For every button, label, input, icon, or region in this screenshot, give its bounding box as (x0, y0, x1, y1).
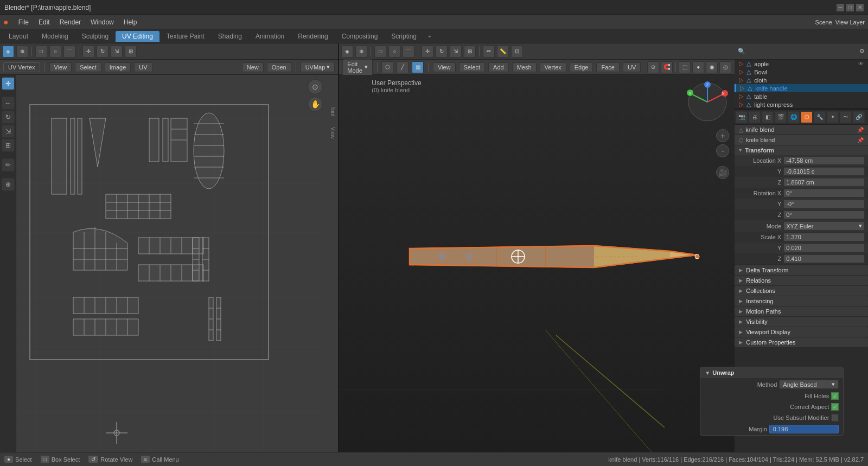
scale-y-input[interactable]: 0.020 (783, 244, 865, 252)
uv-scale-tool[interactable]: ⇲ (111, 46, 123, 58)
vertex-mode-btn[interactable]: ⬡ (381, 61, 393, 73)
constraint-props-icon[interactable]: 🔗 (853, 111, 865, 123)
vp-face-menu[interactable]: Face (596, 62, 619, 72)
vp-annotate[interactable]: ✏ (483, 46, 495, 58)
edge-mode-btn[interactable]: ╱ (397, 61, 409, 73)
scene-options-icon[interactable]: ⚙ (859, 48, 865, 55)
scene-props-icon[interactable]: 🎬 (775, 111, 787, 123)
vp-wireframe-toggle[interactable]: ⬚ (679, 61, 691, 73)
scene-item-apple[interactable]: ▷ △ apple 👁 (735, 60, 868, 68)
rotation-y-input[interactable]: -0° (783, 200, 865, 208)
visibility-header[interactable]: ▶ Visibility (735, 317, 868, 327)
relations-header[interactable]: ▶ Relations (735, 276, 868, 285)
vp-mesh-menu[interactable]: Mesh (512, 62, 537, 72)
zoom-out-button[interactable]: - (716, 144, 729, 157)
rotation-mode-dropdown[interactable]: XYZ Euler ▾ (783, 221, 865, 231)
vp-overlay-toggle[interactable]: ◉ (706, 61, 718, 73)
tab-compositing[interactable]: Compositing (335, 31, 385, 42)
add-workspace-button[interactable]: + (424, 31, 436, 41)
uv-cursor-tool[interactable]: ⊕ (16, 46, 28, 58)
unwrap-header[interactable]: ▼ Unwrap (700, 367, 843, 378)
rotation-z-input[interactable]: 0° (783, 210, 865, 219)
transform-section-header[interactable]: ▼ Transform (735, 145, 868, 155)
vp-circle-select[interactable]: ○ (388, 46, 400, 58)
vp-snap-toggle[interactable]: 🧲 (661, 61, 673, 73)
vp-add-cube[interactable]: ⊡ (511, 46, 523, 58)
vp-move[interactable]: ✛ (422, 46, 433, 58)
uv-transform-tool[interactable]: ⊞ (125, 46, 137, 58)
uvmap-dropdown[interactable]: UVMap ▾ (301, 62, 335, 72)
image-menu[interactable]: Image (105, 62, 131, 72)
rotate-icon[interactable]: ↻ (2, 111, 15, 124)
particle-props-icon[interactable]: ✦ (827, 111, 839, 123)
vp-vertex-menu[interactable]: Vertex (540, 62, 566, 72)
object-name-2[interactable]: knife blend (746, 137, 855, 143)
vp-cursor-tool[interactable]: ⊕ (355, 46, 367, 58)
view-tab[interactable]: View (330, 127, 336, 139)
menu-file[interactable]: File (14, 17, 33, 27)
vp-xray-toggle[interactable]: ◎ (719, 61, 731, 73)
margin-input[interactable]: 0.198 (769, 425, 839, 433)
menu-window[interactable]: Window (86, 17, 118, 27)
scene-item-table[interactable]: ▷ △ table (735, 92, 868, 100)
open-image-button[interactable]: Open (267, 62, 291, 72)
vp-measure[interactable]: 📏 (497, 46, 509, 58)
vp-lasso[interactable]: ⌒ (403, 46, 414, 58)
face-mode-btn[interactable]: ▦ (412, 61, 424, 73)
method-dropdown[interactable]: Angle Based ▾ (779, 380, 839, 389)
vp-mode-select[interactable]: ◈ (341, 46, 353, 58)
apple-eye-icon[interactable]: 👁 (858, 61, 864, 67)
vp-rotate[interactable]: ↻ (436, 46, 448, 58)
tab-uv-editing[interactable]: UV Editing (116, 31, 159, 42)
close-button[interactable]: ✕ (856, 4, 864, 11)
uv-move-tool[interactable]: ✛ (82, 46, 94, 58)
tab-layout[interactable]: Layout (2, 31, 35, 42)
scale-x-input[interactable]: 1.370 (783, 233, 865, 241)
cursor-icon[interactable]: ⊕ (2, 178, 15, 191)
scene-item-cloth[interactable]: ▷ △ cloth (735, 76, 868, 84)
view-layer-props-icon[interactable]: ◧ (762, 111, 774, 123)
new-image-button[interactable]: New (242, 62, 264, 72)
uv-select-tool[interactable]: ◈ (2, 46, 14, 58)
motion-paths-header[interactable]: ▶ Motion Paths (735, 307, 868, 316)
annotate-icon[interactable]: ✏ (2, 158, 15, 171)
uv-lasso-select[interactable]: ⌒ (63, 46, 75, 58)
delta-transform-header[interactable]: ▶ Delta Transform (735, 265, 868, 275)
vp-edge-menu[interactable]: Edge (570, 62, 593, 72)
maximize-button[interactable]: □ (846, 4, 854, 11)
camera-view-button[interactable]: 🎥 (716, 166, 729, 179)
tab-sculpting[interactable]: Sculpting (75, 31, 115, 42)
tab-rendering[interactable]: Rendering (291, 31, 334, 42)
menu-help[interactable]: Help (119, 17, 142, 27)
vp-box-select[interactable]: □ (374, 46, 386, 58)
uv-circle-select[interactable]: ○ (49, 46, 61, 58)
location-z-input[interactable]: 1.8607 cm (783, 178, 865, 187)
uv-menu[interactable]: UV (134, 62, 152, 72)
custom-props-header[interactable]: ▶ Custom Properties (735, 337, 868, 347)
fill-holes-checkbox[interactable]: ✓ (831, 392, 839, 400)
scene-item-knife-handle[interactable]: ▷ △ knife handle (735, 84, 868, 92)
view-center-icon[interactable]: ⊙ (308, 79, 323, 94)
tab-shading[interactable]: Shading (212, 31, 248, 42)
rotation-x-input[interactable]: 0° (783, 189, 865, 197)
vp-uv-menu[interactable]: UV (623, 62, 641, 72)
modifier-props-icon[interactable]: 🔧 (814, 111, 826, 123)
viewport-display-header[interactable]: ▶ Viewport Display (735, 327, 868, 337)
scene-item-light-compress[interactable]: ▷ △ light compress (735, 100, 868, 108)
location-x-input[interactable]: -47.58 cm (783, 156, 865, 165)
move-icon[interactable]: ✛ (2, 77, 15, 90)
tab-texture-paint[interactable]: Texture Paint (160, 31, 211, 42)
vp-add-menu[interactable]: Add (488, 62, 509, 72)
tool-tab[interactable]: Tool (330, 106, 336, 116)
collections-header[interactable]: ▶ Collections (735, 286, 868, 296)
view-menu[interactable]: View (49, 62, 72, 72)
scene-item-bowl[interactable]: ▷ △ Bowl (735, 68, 868, 76)
world-props-icon[interactable]: 🌐 (788, 111, 800, 123)
grab-icon[interactable]: ↔ (2, 97, 15, 110)
vp-proportional-edit[interactable]: ⊙ (647, 61, 659, 73)
vp-solid-toggle[interactable]: ● (692, 61, 704, 73)
location-y-input[interactable]: -0.61015 c (783, 167, 865, 176)
use-subsurf-checkbox[interactable] (831, 414, 839, 422)
transform-icon[interactable]: ⊞ (2, 139, 15, 152)
uv-mode-label[interactable]: UV Vertex (3, 62, 40, 72)
